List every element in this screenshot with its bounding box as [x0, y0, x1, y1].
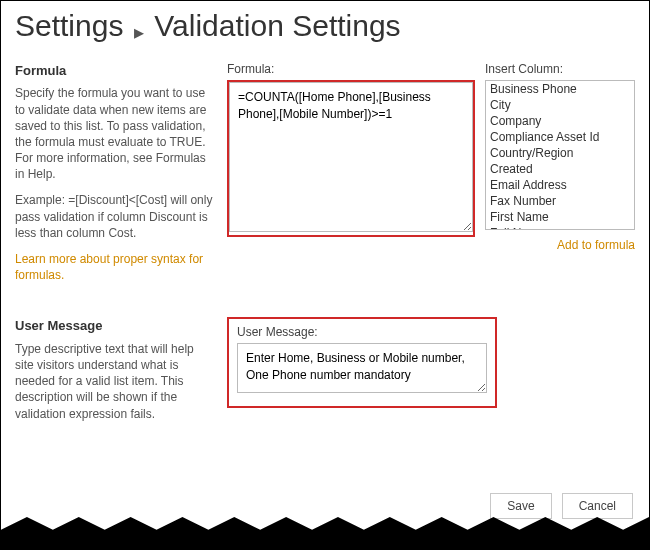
column-option[interactable]: Compliance Asset Id	[486, 129, 634, 145]
column-option[interactable]: Fax Number	[486, 193, 634, 209]
column-option[interactable]: Business Phone	[486, 81, 634, 97]
torn-edge-decoration	[1, 517, 649, 549]
message-field-label: User Message:	[237, 325, 487, 339]
formula-heading: Formula	[15, 62, 215, 80]
page-header: Settings ▸ Validation Settings	[1, 1, 649, 62]
formula-desc-1: Specify the formula you want to use to v…	[15, 85, 215, 182]
message-help-pane: User Message Type descriptive text that …	[15, 317, 215, 431]
user-message-input[interactable]	[237, 343, 487, 393]
breadcrumb-root[interactable]: Settings	[15, 9, 123, 42]
formula-field-label: Formula:	[227, 62, 475, 76]
column-option[interactable]: Country/Region	[486, 145, 634, 161]
formula-desc-2: Example: =[Discount]<[Cost] will only pa…	[15, 192, 215, 241]
cancel-button[interactable]: Cancel	[562, 493, 633, 519]
insert-column-listbox[interactable]: Business PhoneCityCompanyCompliance Asse…	[485, 80, 635, 230]
column-option[interactable]: Created	[486, 161, 634, 177]
formula-syntax-link[interactable]: Learn more about proper syntax for formu…	[15, 252, 203, 282]
column-option[interactable]: City	[486, 97, 634, 113]
column-option[interactable]: First Name	[486, 209, 634, 225]
chevron-right-icon: ▸	[134, 20, 144, 44]
message-heading: User Message	[15, 317, 215, 335]
column-option[interactable]: Company	[486, 113, 634, 129]
message-desc: Type descriptive text that will help sit…	[15, 341, 215, 422]
formula-input[interactable]	[229, 82, 473, 232]
button-bar: Save Cancel	[490, 493, 633, 519]
save-button[interactable]: Save	[490, 493, 551, 519]
insert-column-label: Insert Column:	[485, 62, 635, 76]
formula-help-pane: Formula Specify the formula you want to …	[15, 62, 215, 284]
add-to-formula-link[interactable]: Add to formula	[557, 238, 635, 252]
column-option[interactable]: Email Address	[486, 177, 634, 193]
page-title: Validation Settings	[154, 9, 400, 42]
column-option[interactable]: Full Name	[486, 225, 634, 230]
